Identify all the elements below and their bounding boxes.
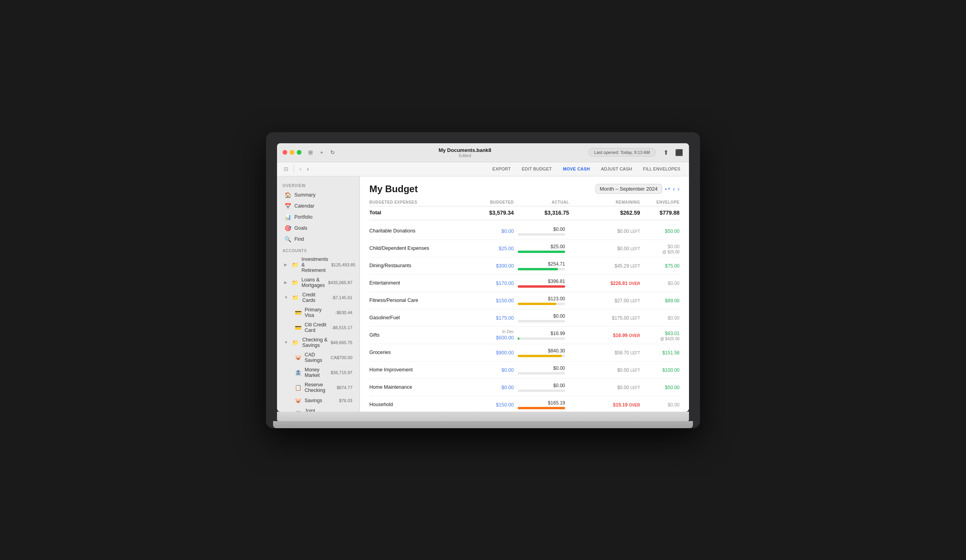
row-actual-val: $16.99	[518, 331, 565, 336]
row-budgeted: $600.00	[496, 335, 514, 341]
remaining-status: LEFT	[631, 316, 640, 320]
sidebar-item-money-market[interactable]: 🏦 Money Market $36,715.97	[279, 365, 358, 380]
row-budgeted-cell: $175.00	[478, 314, 514, 321]
sidebar-item-citi[interactable]: 💳 Citi Credit Card -$6,515.17	[279, 320, 358, 335]
progress-bar	[518, 285, 565, 288]
title-bar: ⊞ + ↻ My Documents.bank8 Edited Last ope…	[277, 143, 689, 162]
sidebar-item-savings[interactable]: 🐷 Savings $76.03	[279, 395, 358, 406]
sidebar-item-reserve-checking[interactable]: 📋 Reserve Checking $874.77	[279, 380, 358, 395]
account-label: Reserve Checking	[305, 382, 333, 393]
table-row[interactable]: Household $150.00 $165.19 $15.19 OVER $0…	[369, 396, 680, 412]
row-name: Gifts	[369, 332, 478, 338]
table-row[interactable]: Home Improvement $0.00 $0.00 $0.00 LEFT …	[369, 361, 680, 379]
remaining-val: $175.00 LEFT	[612, 315, 640, 321]
row-actual-val: $25.00	[518, 244, 565, 249]
checking-icon: 📋	[294, 410, 301, 412]
remaining-val: $15.19 OVER	[613, 402, 640, 408]
sidebar-collapse-icon[interactable]: ⊟	[283, 165, 290, 172]
row-actual-val: $0.00	[518, 383, 565, 388]
fill-envelopes-button[interactable]: FILL ENVELOPES	[640, 165, 683, 172]
nav-forward-icon[interactable]: ›	[305, 165, 311, 173]
row-actual-val: $165.19	[518, 400, 565, 406]
calendar-icon: 📅	[284, 202, 291, 210]
sidebar-item-calendar[interactable]: 📅 Calendar	[279, 201, 358, 211]
row-budgeted-cell: $900.00	[478, 349, 514, 356]
col-envelope: ENVELOPE	[640, 200, 680, 204]
sidebar-item-portfolio[interactable]: 📊 Portfolio	[279, 212, 358, 222]
account-label: Savings	[305, 398, 322, 403]
sidebar-group-loans[interactable]: ▶ 📁 Loans & Mortgages $435,065.87	[279, 275, 358, 290]
total-row: Total $3,579.34 $3,316.75 $262.59 $779.8…	[369, 208, 680, 220]
progress-bar	[518, 390, 565, 392]
sidebar-toggle-icon[interactable]: ⊞	[307, 149, 314, 156]
progress-fill	[518, 355, 562, 357]
maximize-button[interactable]	[297, 150, 301, 155]
progress-fill	[518, 407, 565, 409]
group-value: $48,665.75	[331, 340, 352, 345]
month-prev-arrow[interactable]: ‹	[673, 185, 675, 193]
export-icon[interactable]: ⬛	[675, 148, 683, 157]
progress-bar	[518, 407, 565, 409]
row-actual-val: $0.00	[518, 313, 565, 319]
table-row[interactable]: Dining/Restaurants $300.00 $254.71 $45.2…	[369, 257, 680, 275]
sidebar-item-primary-visa[interactable]: 💳 Primary Visa -$630.44	[279, 305, 358, 320]
row-actual-cell: $16.99	[514, 331, 569, 340]
sidebar-group-checking-savings[interactable]: ▼ 📁 Checking & Savings $48,665.75	[279, 335, 358, 350]
remaining-status: OVER	[629, 281, 640, 286]
sidebar-item-label: Summary	[294, 192, 315, 198]
export-button[interactable]: EXPORT	[489, 165, 514, 172]
row-budgeted: $175.00	[496, 315, 514, 321]
savings-icon: 🐷	[294, 397, 301, 404]
total-label: Total	[369, 210, 478, 215]
progress-bar	[518, 233, 565, 236]
col-actual: ACTUAL	[514, 200, 569, 204]
sidebar-item-goals[interactable]: 🎯 Goals	[279, 223, 358, 233]
table-row[interactable]: Gifts In Dec $600.00 $16.99 $16.99 OVER …	[369, 327, 680, 344]
row-budgeted-cell: $25.00	[478, 245, 514, 252]
remaining-status: LEFT	[631, 386, 640, 390]
row-name: Charitable Donations	[369, 228, 478, 234]
row-budgeted: $900.00	[496, 350, 514, 356]
sidebar-item-cad-savings[interactable]: 🐷 CAD Savings CA$700.00	[279, 350, 358, 365]
credit-card-icon: 💳	[294, 309, 301, 316]
minimize-button[interactable]	[290, 150, 294, 155]
folder-icon: 📁	[291, 279, 298, 286]
table-row[interactable]: Fitness/Personal Care $150.00 $123.00 $2…	[369, 292, 680, 309]
row-remaining-cell: $45.29 LEFT	[569, 262, 640, 269]
nav-back-icon[interactable]: ‹	[298, 165, 303, 173]
edit-budget-button[interactable]: EDIT BUDGET	[519, 165, 555, 172]
month-next-arrow[interactable]: ›	[678, 185, 680, 193]
row-budgeted: $170.00	[496, 281, 514, 286]
refresh-icon[interactable]: ↻	[329, 149, 336, 156]
sidebar-item-label: Goals	[294, 225, 307, 231]
row-budgeted: $25.00	[499, 246, 514, 251]
account-label: Money Market	[305, 367, 328, 378]
row-actual-val: $123.00	[518, 296, 565, 302]
row-envelope: $75.00	[665, 263, 680, 269]
file-subtitle: Edited	[459, 153, 471, 158]
sidebar-item-find[interactable]: 🔍 Find	[279, 234, 358, 244]
sidebar-group-investments[interactable]: ▶ 📁 Investments & Retirement $125,493.85	[279, 255, 358, 275]
sidebar-item-summary[interactable]: 🏠 Summary	[279, 190, 358, 200]
add-icon[interactable]: +	[318, 149, 325, 156]
table-row[interactable]: Groceries $900.00 $840.30 $59.70 LEFT $1…	[369, 344, 680, 361]
table-row[interactable]: Gasoline/Fuel $175.00 $0.00 $175.00 LEFT…	[369, 309, 680, 327]
table-row[interactable]: Home Maintenance $0.00 $0.00 $0.00 LEFT …	[369, 379, 680, 396]
row-actual-val: $0.00	[518, 365, 565, 371]
sidebar-group-credit-cards[interactable]: ▼ 📁 Credit Cards -$7,145.61	[279, 290, 358, 305]
table-row[interactable]: Child/Dependent Expenses $25.00 $25.00 $…	[369, 240, 680, 257]
row-budgeted: $0.00	[502, 367, 514, 373]
month-stepper[interactable]: ▲▼	[665, 187, 671, 191]
adjust-cash-button[interactable]: ADJUST CASH	[598, 165, 635, 172]
row-actual-cell: $254.71	[514, 261, 569, 270]
row-name: Fitness/Personal Care	[369, 298, 478, 303]
share-icon[interactable]: ⬆	[661, 148, 670, 157]
sidebar-item-joint-checking[interactable]: 📋 Joint Checking $10,298.98	[279, 406, 358, 412]
table-row[interactable]: Entertainment $170.00 $396.81 $226.81 OV…	[369, 275, 680, 292]
row-budgeted-cell: $150.00	[478, 401, 514, 408]
file-info: My Documents.bank8 Edited	[342, 147, 588, 158]
move-cash-button[interactable]: MOVE CASH	[560, 165, 593, 172]
progress-bar	[518, 355, 565, 357]
table-row[interactable]: Charitable Donations $0.00 $0.00 $0.00 L…	[369, 223, 680, 240]
close-button[interactable]	[283, 150, 287, 155]
